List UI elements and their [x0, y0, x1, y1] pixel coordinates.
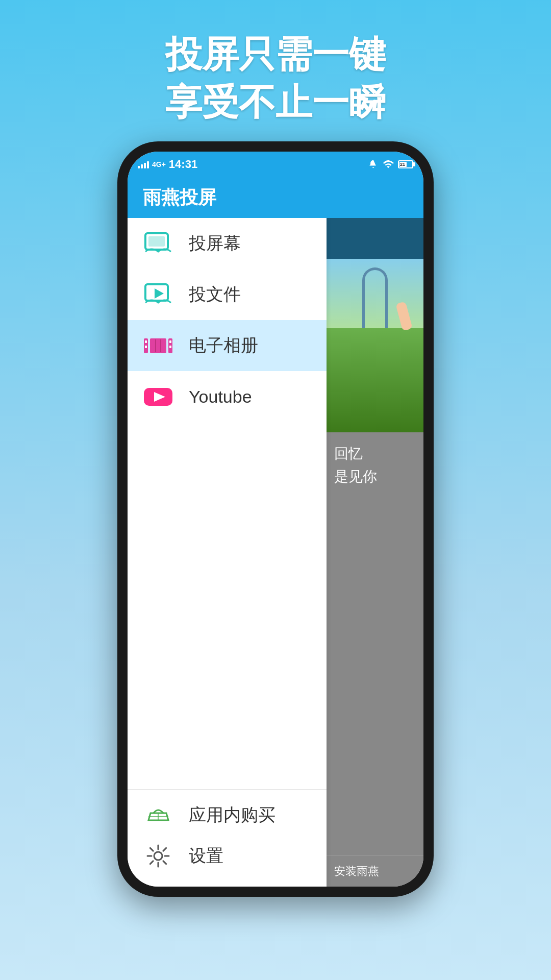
menu-item-youtube[interactable]: Youtube — [128, 371, 327, 422]
menu-label-cast-file: 投文件 — [189, 283, 241, 306]
svg-line-27 — [150, 861, 153, 864]
status-bar: 4G+ 14:31 21 — [128, 152, 423, 177]
svg-marker-3 — [155, 288, 164, 299]
svg-rect-9 — [169, 340, 171, 343]
right-bottom-label: 安装雨燕 — [334, 865, 379, 877]
cast-screen-icon — [143, 228, 173, 259]
app-title: 雨燕投屏 — [143, 185, 216, 210]
album-icon — [143, 330, 173, 361]
drawer-bottom: 应用内购买 — [128, 795, 327, 887]
time-display: 14:31 — [169, 158, 197, 171]
svg-line-24 — [150, 848, 153, 851]
youtube-icon — [143, 381, 173, 412]
photo-container — [327, 259, 423, 432]
menu-label-album: 电子相册 — [189, 334, 258, 357]
right-bottom-text: 安装雨燕 — [327, 855, 423, 887]
phone-wrapper: 4G+ 14:31 21 雨燕投屏 — [117, 141, 434, 897]
menu-item-cast-file[interactable]: 投文件 — [128, 269, 327, 320]
tagline-line2: 享受不止一瞬 — [165, 79, 386, 127]
menu-item-album[interactable]: 电子相册 — [128, 320, 327, 371]
svg-rect-12 — [160, 339, 161, 352]
right-text-line1: 回忆 — [334, 443, 416, 465]
menu-item-cast-screen[interactable]: 投屏幕 — [128, 218, 327, 269]
menu-item-iap[interactable]: 应用内购买 — [128, 795, 327, 836]
main-content: 投屏幕 投文件 — [128, 218, 423, 887]
tagline-line1: 投屏只需一键 — [165, 31, 386, 79]
cast-file-icon — [143, 279, 173, 310]
wifi-icon — [383, 159, 394, 170]
battery-level: 21 — [400, 162, 405, 167]
right-panel-top — [327, 218, 423, 259]
menu-label-settings: 设置 — [189, 844, 223, 868]
drawer-menu: 投屏幕 投文件 — [128, 218, 327, 887]
settings-icon — [143, 841, 173, 871]
svg-rect-7 — [145, 340, 147, 343]
svg-rect-8 — [145, 346, 147, 348]
iap-icon — [143, 800, 173, 830]
svg-line-25 — [163, 861, 166, 864]
network-type: 4G+ — [152, 160, 166, 168]
menu-label-iap: 应用内购买 — [189, 803, 276, 827]
right-panel: 回忆 是见你 安装雨燕 — [327, 218, 423, 887]
svg-rect-6 — [150, 338, 166, 353]
svg-rect-11 — [155, 339, 156, 352]
status-right: 21 — [368, 159, 413, 170]
drawer-divider — [128, 789, 327, 790]
right-text-area: 回忆 是见你 — [327, 432, 423, 855]
status-left: 4G+ 14:31 — [138, 158, 197, 171]
svg-rect-10 — [169, 346, 171, 348]
menu-label-youtube: Youtube — [189, 387, 252, 407]
app-header: 雨燕投屏 — [128, 177, 423, 218]
svg-line-26 — [163, 848, 166, 851]
phone-screen: 4G+ 14:31 21 雨燕投屏 — [128, 152, 423, 887]
menu-item-settings[interactable]: 设置 — [128, 836, 327, 876]
right-text-line2: 是见你 — [334, 465, 416, 488]
svg-point-19 — [154, 852, 162, 860]
drawer: 投屏幕 投文件 — [128, 218, 327, 887]
menu-label-cast-screen: 投屏幕 — [189, 232, 241, 255]
top-text: 投屏只需一键 享受不止一瞬 — [165, 31, 386, 126]
battery-icon: 21 — [398, 160, 413, 168]
svg-rect-1 — [148, 236, 165, 247]
bell-mute-icon — [368, 159, 379, 169]
right-content: 回忆 是见你 安装雨燕 — [327, 259, 423, 887]
signal-bars — [138, 160, 149, 168]
